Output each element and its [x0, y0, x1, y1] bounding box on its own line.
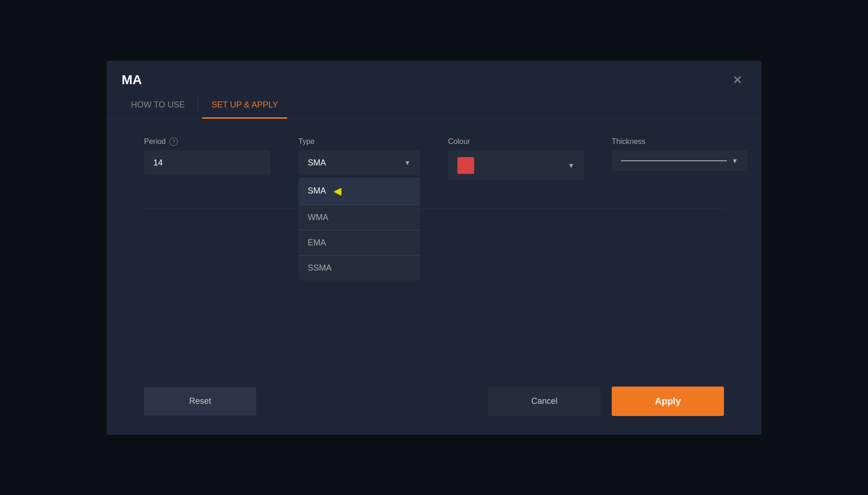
modal-footer: Reset Cancel Apply — [107, 377, 761, 435]
form-row: Period ? Type SMA ▼ SMA — [144, 137, 724, 180]
type-selected-value: SMA — [308, 158, 326, 168]
thickness-dropdown-arrow: ▼ — [731, 157, 738, 165]
colour-select-button[interactable]: ▼ — [448, 151, 584, 180]
colour-group: Colour ▼ — [448, 137, 584, 180]
period-help-icon[interactable]: ? — [169, 137, 178, 146]
dropdown-item-ssma[interactable]: SSMA — [298, 256, 420, 280]
type-dropdown-arrow: ▼ — [404, 159, 411, 166]
modal-overlay: MA ✕ HOW TO USE SET UP & APPLY Period ? … — [0, 0, 868, 495]
cancel-button[interactable]: Cancel — [488, 387, 600, 416]
type-group: Type SMA ▼ SMA ◀ — [298, 137, 420, 175]
modal-title: MA — [122, 72, 142, 87]
dropdown-item-wma[interactable]: WMA — [298, 205, 420, 230]
thickness-select-button[interactable]: ▼ — [612, 151, 747, 171]
type-label: Type — [298, 137, 420, 146]
dropdown-item-sma[interactable]: SMA ◀ — [298, 178, 420, 205]
tab-bar: HOW TO USE SET UP & APPLY — [107, 88, 761, 119]
thickness-group: Thickness ▼ — [612, 137, 747, 171]
colour-dropdown-arrow: ▼ — [568, 162, 574, 169]
type-dropdown: SMA ◀ WMA EMA — [298, 178, 420, 280]
ssma-label: SSMA — [308, 263, 332, 273]
ema-label: EMA — [308, 238, 326, 248]
tab-how-to-use[interactable]: HOW TO USE — [122, 95, 194, 119]
colour-label: Colour — [448, 137, 584, 146]
tab-set-up-apply[interactable]: SET UP & APPLY — [202, 95, 287, 119]
body-divider — [144, 208, 724, 209]
tab-divider — [198, 98, 198, 111]
close-button[interactable]: ✕ — [729, 72, 746, 88]
type-select-button[interactable]: SMA ▼ — [298, 151, 420, 175]
sma-label: SMA — [308, 186, 326, 196]
dropdown-item-ema[interactable]: EMA — [298, 230, 420, 255]
modal-header: MA ✕ — [107, 61, 761, 88]
reset-button[interactable]: Reset — [144, 387, 256, 416]
modal-dialog: MA ✕ HOW TO USE SET UP & APPLY Period ? … — [107, 61, 761, 435]
period-input[interactable] — [144, 151, 270, 175]
right-buttons: Cancel Apply — [488, 387, 724, 416]
apply-button[interactable]: Apply — [612, 387, 724, 416]
period-label: Period ? — [144, 137, 270, 146]
period-group: Period ? — [144, 137, 270, 175]
thickness-line-preview — [621, 160, 727, 161]
wma-label: WMA — [308, 213, 328, 222]
colour-swatch — [457, 157, 474, 174]
modal-body: Period ? Type SMA ▼ SMA — [107, 119, 761, 377]
sma-arrow-icon: ◀ — [333, 185, 341, 197]
thickness-label: Thickness — [612, 137, 747, 146]
